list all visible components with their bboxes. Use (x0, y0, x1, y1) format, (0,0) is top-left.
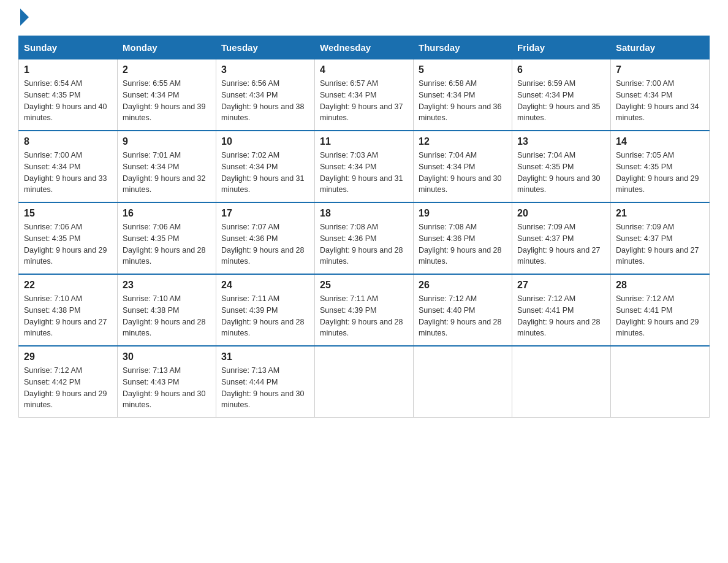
day-info: Sunrise: 7:12 AMSunset: 4:40 PMDaylight:… (419, 294, 502, 337)
day-number: 2 (123, 64, 211, 75)
day-number: 7 (616, 64, 704, 75)
calendar-cell: 19 Sunrise: 7:08 AMSunset: 4:36 PMDaylig… (414, 202, 512, 274)
day-info: Sunrise: 7:12 AMSunset: 4:42 PMDaylight:… (24, 366, 107, 409)
day-number: 19 (419, 208, 507, 219)
calendar-cell: 17 Sunrise: 7:07 AMSunset: 4:36 PMDaylig… (216, 202, 315, 274)
calendar-cell: 13 Sunrise: 7:04 AMSunset: 4:35 PMDaylig… (512, 131, 611, 202)
day-number: 18 (320, 208, 408, 219)
calendar-table: SundayMondayTuesdayWednesdayThursdayFrid… (18, 36, 710, 418)
day-number: 12 (419, 136, 507, 147)
calendar-week-row: 8 Sunrise: 7:00 AMSunset: 4:34 PMDayligh… (19, 131, 710, 202)
day-number: 16 (123, 208, 211, 219)
calendar-week-row: 29 Sunrise: 7:12 AMSunset: 4:42 PMDaylig… (19, 346, 710, 418)
calendar-cell: 9 Sunrise: 7:01 AMSunset: 4:34 PMDayligh… (118, 131, 216, 202)
column-header-friday: Friday (512, 36, 611, 59)
page-header (18, 12, 710, 23)
day-number: 31 (221, 351, 309, 362)
day-number: 11 (320, 136, 408, 147)
column-header-saturday: Saturday (611, 36, 710, 59)
day-info: Sunrise: 7:13 AMSunset: 4:43 PMDaylight:… (123, 366, 206, 409)
day-info: Sunrise: 6:57 AMSunset: 4:34 PMDaylight:… (320, 79, 403, 122)
day-info: Sunrise: 7:13 AMSunset: 4:44 PMDaylight:… (221, 366, 305, 409)
day-info: Sunrise: 7:02 AMSunset: 4:34 PMDaylight:… (221, 151, 305, 194)
calendar-cell: 23 Sunrise: 7:10 AMSunset: 4:38 PMDaylig… (118, 274, 216, 346)
day-info: Sunrise: 7:09 AMSunset: 4:37 PMDaylight:… (616, 223, 699, 266)
calendar-week-row: 15 Sunrise: 7:06 AMSunset: 4:35 PMDaylig… (19, 202, 710, 274)
calendar-cell: 24 Sunrise: 7:11 AMSunset: 4:39 PMDaylig… (216, 274, 315, 346)
calendar-cell (611, 346, 710, 418)
calendar-cell: 21 Sunrise: 7:09 AMSunset: 4:37 PMDaylig… (611, 202, 710, 274)
day-number: 30 (123, 351, 211, 362)
day-info: Sunrise: 7:01 AMSunset: 4:34 PMDaylight:… (123, 151, 206, 194)
day-number: 5 (419, 64, 507, 75)
day-number: 27 (517, 280, 605, 291)
day-info: Sunrise: 7:00 AMSunset: 4:34 PMDaylight:… (24, 151, 107, 194)
day-info: Sunrise: 7:06 AMSunset: 4:35 PMDaylight:… (123, 223, 206, 266)
calendar-week-row: 1 Sunrise: 6:54 AMSunset: 4:35 PMDayligh… (19, 59, 710, 131)
day-info: Sunrise: 7:11 AMSunset: 4:39 PMDaylight:… (221, 294, 305, 337)
day-number: 17 (221, 208, 309, 219)
calendar-cell: 26 Sunrise: 7:12 AMSunset: 4:40 PMDaylig… (414, 274, 512, 346)
calendar-cell: 15 Sunrise: 7:06 AMSunset: 4:35 PMDaylig… (19, 202, 118, 274)
column-header-sunday: Sunday (19, 36, 118, 59)
day-info: Sunrise: 7:06 AMSunset: 4:35 PMDaylight:… (24, 223, 107, 266)
day-number: 23 (123, 280, 211, 291)
calendar-cell: 4 Sunrise: 6:57 AMSunset: 4:34 PMDayligh… (315, 59, 414, 131)
calendar-header-row: SundayMondayTuesdayWednesdayThursdayFrid… (19, 36, 710, 59)
day-number: 9 (123, 136, 211, 147)
day-info: Sunrise: 7:11 AMSunset: 4:39 PMDaylight:… (320, 294, 403, 337)
day-number: 26 (419, 280, 507, 291)
day-number: 15 (24, 208, 112, 219)
day-info: Sunrise: 7:08 AMSunset: 4:36 PMDaylight:… (419, 223, 502, 266)
calendar-cell (512, 346, 611, 418)
calendar-cell: 2 Sunrise: 6:55 AMSunset: 4:34 PMDayligh… (118, 59, 216, 131)
day-info: Sunrise: 7:03 AMSunset: 4:34 PMDaylight:… (320, 151, 403, 194)
day-number: 29 (24, 351, 112, 362)
calendar-cell: 30 Sunrise: 7:13 AMSunset: 4:43 PMDaylig… (118, 346, 216, 418)
day-number: 4 (320, 64, 408, 75)
column-header-monday: Monday (118, 36, 216, 59)
calendar-cell: 18 Sunrise: 7:08 AMSunset: 4:36 PMDaylig… (315, 202, 414, 274)
day-info: Sunrise: 6:56 AMSunset: 4:34 PMDaylight:… (221, 79, 305, 122)
day-info: Sunrise: 7:08 AMSunset: 4:36 PMDaylight:… (320, 223, 403, 266)
day-info: Sunrise: 6:55 AMSunset: 4:34 PMDaylight:… (123, 79, 206, 122)
day-number: 14 (616, 136, 704, 147)
logo (18, 12, 29, 23)
day-info: Sunrise: 6:54 AMSunset: 4:35 PMDaylight:… (24, 79, 107, 122)
day-info: Sunrise: 7:07 AMSunset: 4:36 PMDaylight:… (221, 223, 305, 266)
day-info: Sunrise: 7:05 AMSunset: 4:35 PMDaylight:… (616, 151, 699, 194)
day-info: Sunrise: 7:00 AMSunset: 4:34 PMDaylight:… (616, 79, 699, 122)
calendar-cell: 14 Sunrise: 7:05 AMSunset: 4:35 PMDaylig… (611, 131, 710, 202)
calendar-cell: 20 Sunrise: 7:09 AMSunset: 4:37 PMDaylig… (512, 202, 611, 274)
day-number: 6 (517, 64, 605, 75)
calendar-cell: 7 Sunrise: 7:00 AMSunset: 4:34 PMDayligh… (611, 59, 710, 131)
calendar-cell: 25 Sunrise: 7:11 AMSunset: 4:39 PMDaylig… (315, 274, 414, 346)
day-info: Sunrise: 6:58 AMSunset: 4:34 PMDaylight:… (419, 79, 502, 122)
calendar-cell: 10 Sunrise: 7:02 AMSunset: 4:34 PMDaylig… (216, 131, 315, 202)
calendar-cell: 8 Sunrise: 7:00 AMSunset: 4:34 PMDayligh… (19, 131, 118, 202)
day-info: Sunrise: 7:12 AMSunset: 4:41 PMDaylight:… (517, 294, 601, 337)
calendar-cell: 6 Sunrise: 6:59 AMSunset: 4:34 PMDayligh… (512, 59, 611, 131)
calendar-cell: 16 Sunrise: 7:06 AMSunset: 4:35 PMDaylig… (118, 202, 216, 274)
calendar-cell: 22 Sunrise: 7:10 AMSunset: 4:38 PMDaylig… (19, 274, 118, 346)
day-info: Sunrise: 6:59 AMSunset: 4:34 PMDaylight:… (517, 79, 601, 122)
calendar-cell: 11 Sunrise: 7:03 AMSunset: 4:34 PMDaylig… (315, 131, 414, 202)
calendar-cell: 29 Sunrise: 7:12 AMSunset: 4:42 PMDaylig… (19, 346, 118, 418)
logo-triangle-icon (20, 9, 29, 26)
calendar-cell (315, 346, 414, 418)
day-number: 13 (517, 136, 605, 147)
day-number: 22 (24, 280, 112, 291)
column-header-thursday: Thursday (414, 36, 512, 59)
calendar-cell: 3 Sunrise: 6:56 AMSunset: 4:34 PMDayligh… (216, 59, 315, 131)
day-number: 8 (24, 136, 112, 147)
calendar-week-row: 22 Sunrise: 7:10 AMSunset: 4:38 PMDaylig… (19, 274, 710, 346)
day-info: Sunrise: 7:12 AMSunset: 4:41 PMDaylight:… (616, 294, 699, 337)
day-number: 25 (320, 280, 408, 291)
calendar-cell: 27 Sunrise: 7:12 AMSunset: 4:41 PMDaylig… (512, 274, 611, 346)
day-number: 21 (616, 208, 704, 219)
day-info: Sunrise: 7:10 AMSunset: 4:38 PMDaylight:… (123, 294, 206, 337)
day-info: Sunrise: 7:04 AMSunset: 4:34 PMDaylight:… (419, 151, 502, 194)
column-header-wednesday: Wednesday (315, 36, 414, 59)
day-number: 28 (616, 280, 704, 291)
calendar-cell: 28 Sunrise: 7:12 AMSunset: 4:41 PMDaylig… (611, 274, 710, 346)
